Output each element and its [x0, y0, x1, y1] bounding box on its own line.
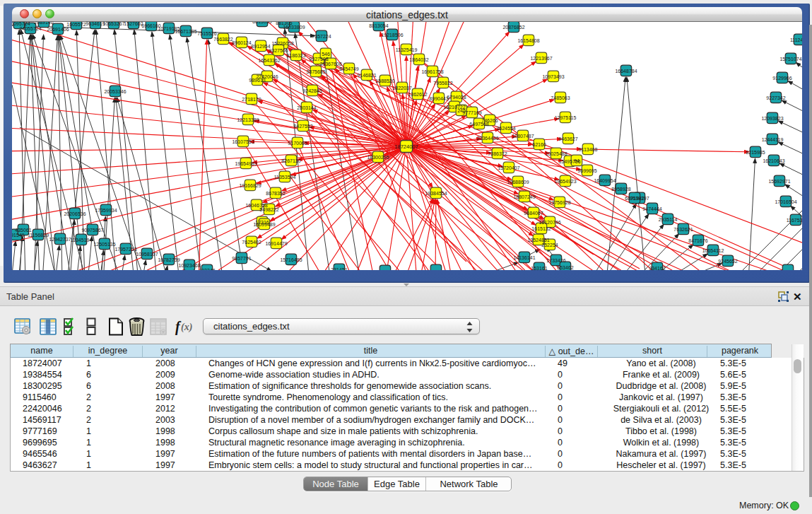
svg-text:12444119: 12444119: [762, 137, 784, 142]
svg-text:16409954: 16409954: [594, 178, 616, 183]
svg-text:7663822: 7663822: [213, 37, 233, 42]
svg-text:8186323: 8186323: [286, 53, 305, 58]
svg-text:10958107: 10958107: [136, 252, 158, 257]
svg-text:12505135: 12505135: [93, 242, 115, 247]
svg-text:17957253: 17957253: [114, 247, 136, 252]
svg-text:2935114: 2935114: [659, 217, 678, 222]
svg-text:7632621: 7632621: [673, 227, 693, 232]
svg-text:20876852: 20876852: [502, 25, 524, 30]
svg-text:10025488: 10025488: [545, 151, 567, 156]
svg-text:546: 546: [322, 52, 330, 57]
svg-text:11325419: 11325419: [396, 47, 418, 52]
svg-text:9146821: 9146821: [357, 73, 376, 78]
svg-text:1112453: 1112453: [790, 37, 802, 42]
svg-text:1822037: 1822037: [392, 86, 411, 90]
svg-text:5498222: 5498222: [259, 207, 278, 212]
svg-text:1588520: 1588520: [375, 78, 394, 83]
svg-text:7386372: 7386372: [488, 151, 507, 156]
svg-text:231451: 231451: [331, 267, 347, 271]
svg-text:9777169: 9777169: [462, 110, 481, 115]
svg-text:16671385: 16671385: [175, 29, 196, 34]
svg-text:12975115: 12975115: [555, 115, 577, 120]
svg-text:6871942: 6871942: [625, 196, 644, 201]
svg-text:653462: 653462: [557, 265, 573, 270]
svg-text:192346: 192346: [199, 268, 215, 271]
svg-text:391549: 391549: [12, 233, 25, 238]
svg-text:62160: 62160: [532, 142, 546, 147]
svg-text:934162: 934162: [649, 266, 665, 271]
svg-text:19756928: 19756928: [548, 200, 570, 205]
svg-text:9129966: 9129966: [772, 76, 792, 81]
svg-text:9227342: 9227342: [766, 95, 785, 100]
svg-text:11345194: 11345194: [71, 238, 93, 243]
svg-text:18724007: 18724007: [394, 144, 418, 150]
svg-text:12213389: 12213389: [237, 117, 259, 122]
svg-text:6497568: 6497568: [469, 122, 488, 127]
svg-text:8912954: 8912954: [251, 44, 270, 49]
svg-text:16648784: 16648784: [615, 69, 637, 74]
svg-text:7485063: 7485063: [551, 95, 570, 100]
svg-text:10653267: 10653267: [102, 22, 124, 26]
svg-text:1527602: 1527602: [124, 22, 143, 26]
svg-text:3624554: 3624554: [496, 126, 515, 131]
svg-text:8813054: 8813054: [369, 23, 388, 28]
svg-text:94: 94: [574, 158, 579, 163]
svg-text:19384554: 19384554: [425, 191, 447, 196]
svg-text:10688609: 10688609: [507, 180, 529, 185]
svg-text:9170065: 9170065: [288, 141, 307, 146]
svg-text:10973493: 10973493: [542, 74, 564, 79]
svg-text:7357224: 7357224: [312, 34, 331, 39]
svg-text:16107553: 16107553: [232, 139, 254, 144]
svg-text:16210643: 16210643: [763, 158, 784, 163]
svg-text:9245652: 9245652: [718, 259, 737, 264]
svg-text:9857791: 9857791: [232, 256, 251, 261]
svg-text:11156829: 11156829: [28, 233, 49, 238]
svg-text:9327506: 9327506: [269, 48, 288, 53]
svg-text:19654983: 19654983: [235, 161, 257, 166]
svg-text:18807249: 18807249: [513, 194, 535, 199]
svg-text:16914479: 16914479: [265, 241, 287, 246]
svg-text:9113468: 9113468: [579, 147, 598, 152]
svg-text:9327508: 9327508: [309, 57, 328, 62]
svg-text:24055724: 24055724: [19, 26, 41, 31]
svg-text:9474444: 9474444: [642, 206, 661, 211]
svg-text:18300295: 18300295: [367, 155, 389, 160]
svg-text:989613: 989613: [249, 78, 265, 83]
svg-text:8267130: 8267130: [281, 158, 300, 163]
svg-text:17359934: 17359934: [95, 208, 117, 213]
svg-text:8471676: 8471676: [688, 238, 707, 243]
svg-text:7625402: 7625402: [242, 240, 261, 245]
svg-text:9699695: 9699695: [577, 168, 596, 173]
svg-text:14099489: 14099489: [253, 222, 275, 227]
svg-text:16961758: 16961758: [421, 69, 443, 74]
svg-text:15226058: 15226058: [271, 41, 293, 46]
svg-text:881305: 881305: [276, 22, 292, 25]
svg-text:1605572: 1605572: [66, 22, 86, 27]
svg-text:15751074: 15751074: [779, 57, 801, 62]
svg-text:90975867: 90975867: [81, 228, 103, 233]
svg-text:8215985: 8215985: [746, 150, 765, 155]
svg-text:10654112: 10654112: [702, 248, 724, 253]
svg-text:2718170: 2718170: [242, 97, 261, 102]
svg-text:19166829: 19166829: [239, 183, 261, 188]
svg-text:12213967: 12213967: [530, 56, 552, 61]
svg-text:19654923: 19654923: [554, 179, 576, 184]
svg-text:8454749: 8454749: [339, 66, 358, 71]
svg-text:2803144: 2803144: [297, 105, 316, 110]
svg-text:12942737: 12942737: [49, 237, 71, 242]
svg-text:1362612: 1362612: [408, 92, 427, 97]
svg-text:435061: 435061: [15, 228, 31, 233]
svg-text:20364436: 20364436: [476, 136, 498, 141]
svg-text:9463627: 9463627: [558, 136, 577, 141]
svg-text:9242845: 9242845: [302, 88, 322, 93]
svg-text:10807487: 10807487: [512, 134, 534, 139]
svg-text:20053346: 20053346: [104, 89, 126, 94]
svg-text:8960124: 8960124: [232, 40, 251, 45]
svg-text:15716485: 15716485: [280, 257, 302, 262]
svg-text:16033809: 16033809: [283, 25, 305, 30]
svg-text:20691406: 20691406: [47, 27, 69, 32]
svg-text:20206536: 20206536: [64, 211, 86, 216]
svg-text:1733426: 1733426: [546, 258, 565, 263]
svg-text:12093823: 12093823: [761, 116, 783, 121]
svg-text:8678352: 8678352: [266, 191, 285, 196]
